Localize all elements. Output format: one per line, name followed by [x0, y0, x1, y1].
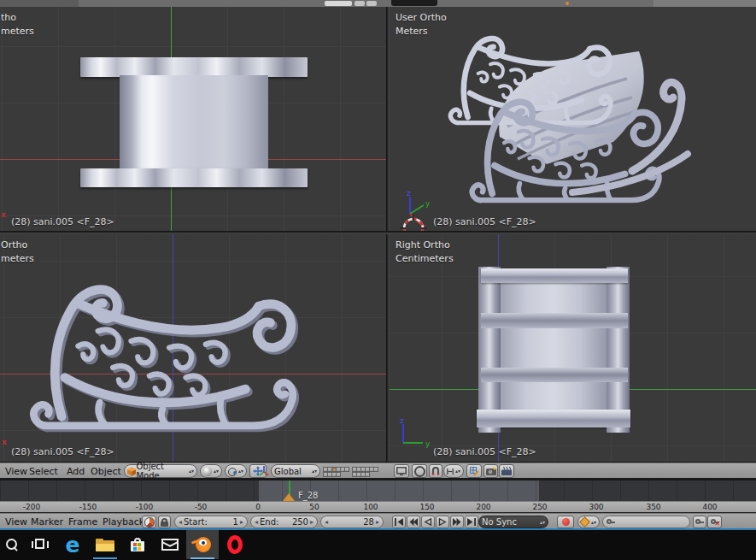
sleigh-model-top-bar[interactable]: [80, 57, 308, 77]
key-icon: [607, 518, 615, 527]
end-frame-field[interactable]: ◂ End: 250 ▸: [250, 516, 318, 528]
sleigh-model-perspective[interactable]: [419, 17, 718, 227]
timeline-marker[interactable]: [283, 493, 295, 501]
sleigh-body-panel[interactable]: [501, 282, 607, 410]
decrement-arrow-icon[interactable]: ◂: [325, 518, 328, 526]
ruler-tick: -100: [136, 503, 153, 511]
taskbar-opera-button[interactable]: [219, 530, 251, 559]
increment-arrow-icon[interactable]: ▸: [310, 518, 314, 526]
menu-object[interactable]: Object: [91, 466, 121, 477]
snap-peel-button[interactable]: [466, 464, 482, 478]
orientation-label: Global: [274, 467, 302, 476]
play-button[interactable]: [436, 516, 449, 528]
viewport-right-ortho[interactable]: Right Ortho Centimeters z y (28) sani.00…: [390, 234, 756, 462]
play-reverse-button[interactable]: [421, 516, 435, 528]
dropdown-arrows-icon: ▴▾: [589, 521, 596, 524]
transform-axes-icon: [259, 466, 269, 476]
ruler-tick: 250: [532, 503, 547, 511]
lock-icon: [161, 518, 168, 527]
taskbar-blender-button[interactable]: [186, 530, 219, 559]
active-object-label: (28) sani.005 <F_28>: [11, 446, 114, 457]
keying-set-dropdown[interactable]: ▴▾: [577, 516, 600, 528]
ruler-tick: 200: [476, 503, 490, 511]
next-keyframe-button[interactable]: [450, 516, 464, 528]
pivot-point-dropdown[interactable]: ▴▾: [225, 464, 247, 478]
lock-to-scene-button[interactable]: [394, 464, 409, 478]
taskbar-mail-button[interactable]: [154, 530, 186, 559]
menu-frame[interactable]: Frame: [68, 516, 97, 528]
viewport-shading-dropdown[interactable]: ▴▾: [200, 464, 222, 478]
mode-dropdown[interactable]: Object Mode ▴▾: [124, 464, 197, 478]
sleigh-lower-slat[interactable]: [481, 368, 628, 382]
decrement-arrow-icon[interactable]: ◂: [255, 518, 258, 526]
taskbar-edge-button[interactable]: e: [56, 530, 89, 559]
sleigh-mid-slat[interactable]: [481, 313, 628, 328]
sleigh-top-slat[interactable]: [481, 268, 628, 283]
lock-time-button[interactable]: [158, 516, 171, 528]
viewport-top-ortho[interactable]: tho meters x (28) sani.005 <F_28>: [0, 7, 386, 231]
menu-playback[interactable]: Playback: [103, 516, 144, 528]
start-label: Start:: [184, 517, 208, 527]
sleigh-foot-right[interactable]: [607, 427, 630, 433]
prev-keyframe-button[interactable]: [407, 516, 420, 528]
timeline-ruler[interactable]: -200 -150 -100 -50 0 50 100 150 200 250 …: [0, 501, 756, 512]
decrement-arrow-icon[interactable]: ◂: [179, 518, 182, 526]
delete-keyframe-button[interactable]: ✕: [707, 516, 722, 528]
orientation-dropdown[interactable]: Global ▴▾: [271, 464, 320, 478]
viewport-unit-label: Meters: [396, 26, 428, 37]
menu-view[interactable]: View: [5, 516, 27, 528]
blender-window: tho meters x (28) sani.005 <F_28>: [0, 0, 756, 560]
viewport-front-ortho[interactable]: Ortho meters x (28) sani.005 <F_28>: [0, 234, 386, 462]
sleigh-runner-left[interactable]: [478, 267, 501, 433]
render-animation-button[interactable]: [499, 464, 514, 478]
start-frame-field[interactable]: ◂ Start: 1 ▸: [174, 516, 248, 528]
current-frame-field[interactable]: ◂ 28 ▸: [320, 516, 384, 528]
active-object-label: (28) sani.005 <F_28>: [11, 216, 114, 227]
sync-mode-dropdown[interactable]: No Sync ▴▾: [478, 516, 548, 528]
jump-end-icon: [467, 518, 476, 526]
increment-arrow-icon[interactable]: ▸: [240, 518, 243, 526]
sleigh-model-side[interactable]: [0, 234, 386, 462]
sleigh-model-top-body[interactable]: [120, 75, 268, 170]
object-mode-cube-icon: [127, 467, 136, 476]
taskbar-file-explorer-button[interactable]: [89, 530, 121, 559]
menu-add[interactable]: Add: [67, 466, 85, 477]
menu-select[interactable]: Select: [29, 466, 58, 477]
viewport-user-ortho[interactable]: User Ortho Meters z y x (28) sani.005 <F…: [390, 7, 756, 231]
active-keying-set-field[interactable]: [602, 516, 690, 528]
insert-keyframe-button[interactable]: [693, 516, 706, 528]
taskbar-search-button[interactable]: [0, 530, 24, 559]
jump-to-start-button[interactable]: [392, 516, 406, 528]
render-still-button[interactable]: [483, 464, 498, 478]
menu-marker[interactable]: Marker: [31, 516, 63, 528]
proportional-edit-button[interactable]: [412, 464, 427, 478]
viewport-divider-vertical[interactable]: [386, 7, 390, 462]
timeline-marker-label: F_28: [298, 491, 318, 500]
layers-group-1[interactable]: [323, 467, 349, 477]
active-app-underline: [190, 557, 214, 559]
taskbar-task-view-button[interactable]: [24, 530, 56, 559]
viewport-unit-label: meters: [1, 253, 34, 264]
delete-x-icon: ✕: [714, 520, 720, 528]
snap-element-dropdown[interactable]: ▴▾: [443, 464, 464, 478]
sleigh-foot-left[interactable]: [478, 427, 501, 433]
sleigh-model-bottom-bar[interactable]: [80, 168, 308, 187]
sleigh-bottom-slat[interactable]: [477, 410, 630, 427]
end-label: End:: [260, 517, 278, 527]
svg-text:z: z: [400, 417, 404, 425]
frame-value: 28: [363, 517, 374, 527]
snap-toggle-button[interactable]: [429, 464, 442, 478]
menu-view[interactable]: View: [5, 466, 27, 477]
playback-range-button[interactable]: [142, 516, 156, 528]
viewport-name-label: tho: [1, 12, 16, 23]
viewport-divider-horizontal[interactable]: [0, 231, 756, 234]
layers-group-2[interactable]: [352, 467, 378, 477]
range-circle-icon: [144, 517, 155, 528]
taskbar-store-button[interactable]: [121, 530, 154, 559]
sleigh-runner-right[interactable]: [607, 267, 630, 433]
timeline-canvas[interactable]: [0, 480, 756, 501]
auto-keyframe-button[interactable]: [557, 516, 574, 528]
increment-arrow-icon[interactable]: ▸: [376, 518, 379, 526]
jump-to-end-button[interactable]: [465, 516, 478, 528]
viewport-unit-label: meters: [1, 26, 34, 37]
